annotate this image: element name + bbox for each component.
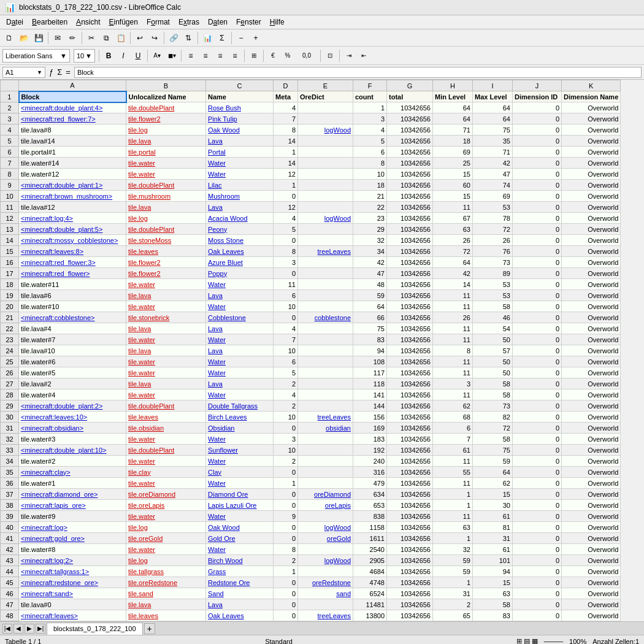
data-cell[interactable]: 75 — [473, 445, 513, 456]
data-cell[interactable]: Overworld — [562, 423, 621, 434]
data-cell[interactable]: 64 — [433, 102, 473, 113]
data-cell[interactable] — [298, 434, 353, 445]
data-cell[interactable]: Overworld — [562, 246, 621, 257]
data-cell[interactable]: Overworld — [562, 445, 621, 456]
data-cell[interactable]: 0 — [513, 235, 562, 246]
data-cell[interactable]: oreGold — [298, 533, 353, 544]
data-cell[interactable]: Overworld — [562, 434, 621, 445]
data-cell[interactable]: 34 — [353, 246, 387, 257]
add-sheet-button[interactable]: + — [144, 623, 155, 634]
data-cell[interactable]: 0 — [274, 500, 298, 511]
data-cell[interactable]: Diamond Ore — [206, 489, 274, 500]
data-cell[interactable]: 10342656 — [387, 456, 433, 467]
data-cell[interactable]: 0 — [513, 279, 562, 290]
data-cell[interactable]: 10342656 — [387, 588, 433, 599]
data-cell[interactable]: 2905 — [353, 555, 387, 566]
data-cell[interactable]: Water — [206, 456, 274, 467]
data-cell[interactable]: 10 — [274, 412, 298, 423]
data-cell[interactable]: 83 — [353, 334, 387, 345]
data-cell[interactable]: 30 — [473, 500, 513, 511]
data-cell[interactable]: 63 — [433, 522, 473, 533]
data-cell[interactable]: Overworld — [562, 610, 621, 621]
data-cell[interactable]: 58 — [473, 301, 513, 312]
data-cell[interactable]: 35 — [473, 136, 513, 147]
data-cell[interactable]: 0 — [513, 378, 562, 389]
data-cell[interactable] — [298, 323, 353, 334]
data-cell[interactable]: Water — [206, 511, 274, 522]
data-cell[interactable]: tile.log — [126, 213, 206, 224]
data-cell[interactable]: 0 — [274, 489, 298, 500]
data-cell[interactable]: tile.flower2 — [126, 268, 206, 279]
data-cell[interactable]: 653 — [353, 500, 387, 511]
data-cell[interactable]: tile.water — [126, 301, 206, 312]
data-cell[interactable]: 0 — [513, 301, 562, 312]
data-cell[interactable]: tile.water#6 — [19, 356, 126, 367]
data-cell[interactable]: 10342656 — [387, 279, 433, 290]
data-cell[interactable]: 0 — [513, 345, 562, 356]
data-cell[interactable]: 8 — [433, 345, 473, 356]
data-cell[interactable] — [298, 401, 353, 412]
data-cell[interactable]: tile.doublePlant — [126, 180, 206, 191]
data-cell[interactable]: tile.water#8 — [19, 544, 126, 555]
data-cell[interactable]: tile.water — [126, 478, 206, 489]
formula-input[interactable]: Block — [74, 67, 642, 78]
data-cell[interactable]: tile.doublePlant — [126, 445, 206, 456]
data-cell[interactable]: tile.oreGold — [126, 533, 206, 544]
bold-button[interactable]: B — [102, 49, 115, 63]
data-cell[interactable]: 10342656 — [387, 290, 433, 301]
data-cell[interactable]: 73 — [473, 401, 513, 412]
data-cell[interactable] — [298, 345, 353, 356]
data-cell[interactable]: Overworld — [562, 401, 621, 412]
data-cell[interactable]: 10342656 — [387, 125, 433, 136]
data-cell[interactable]: 31 — [433, 588, 473, 599]
data-cell[interactable]: 10342656 — [387, 158, 433, 169]
data-cell[interactable]: Oak Wood — [206, 522, 274, 533]
data-cell[interactable]: 0 — [513, 147, 562, 158]
hyperlink-button[interactable]: 🔗 — [167, 31, 180, 45]
data-cell[interactable]: 14 — [433, 279, 473, 290]
data-cell[interactable]: 29 — [353, 224, 387, 235]
data-cell[interactable]: 32 — [433, 544, 473, 555]
data-cell[interactable]: 59 — [433, 566, 473, 577]
data-cell[interactable]: Lava — [206, 599, 274, 610]
zoom-out-button[interactable]: − — [234, 31, 248, 45]
data-cell[interactable]: Lava — [206, 290, 274, 301]
equals-icon[interactable]: = — [64, 67, 72, 77]
data-cell[interactable]: 15 — [473, 489, 513, 500]
data-cell[interactable]: Overworld — [562, 544, 621, 555]
data-cell[interactable]: tile.lava#6 — [19, 290, 126, 301]
data-cell[interactable]: 0 — [513, 323, 562, 334]
data-cell[interactable]: Overworld — [562, 533, 621, 544]
data-cell[interactable]: <minecraft:clay> — [19, 467, 126, 478]
decrease-indent-button[interactable]: ⇤ — [357, 49, 370, 63]
data-cell[interactable]: 8 — [353, 158, 387, 169]
data-cell[interactable]: 74 — [473, 180, 513, 191]
data-cell[interactable]: tile.leaves — [126, 412, 206, 423]
data-cell[interactable]: Portal — [206, 147, 274, 158]
data-cell[interactable]: Oak Leaves — [206, 246, 274, 257]
data-cell[interactable]: 47 — [353, 268, 387, 279]
data-cell[interactable]: Birch Wood — [206, 555, 274, 566]
data-cell[interactable]: 2540 — [353, 544, 387, 555]
data-cell[interactable]: 59 — [473, 456, 513, 467]
data-cell[interactable]: <minecraft:obsidian> — [19, 423, 126, 434]
data-cell[interactable] — [298, 389, 353, 401]
data-cell[interactable]: 0 — [513, 312, 562, 323]
data-cell[interactable]: 0 — [513, 158, 562, 169]
sort-button[interactable]: ⇅ — [182, 31, 195, 45]
data-cell[interactable]: 0 — [513, 522, 562, 533]
data-cell[interactable]: Clay — [206, 467, 274, 478]
data-cell[interactable] — [298, 334, 353, 345]
data-cell[interactable]: Water — [206, 279, 274, 290]
data-cell[interactable]: Overworld — [562, 301, 621, 312]
data-cell[interactable]: 7 — [274, 334, 298, 345]
data-cell[interactable]: 94 — [473, 566, 513, 577]
data-cell[interactable]: <minecraft:red_flower> — [19, 268, 126, 279]
col-header-E[interactable]: E — [298, 80, 353, 91]
data-cell[interactable]: <minecraft:leaves:8> — [19, 246, 126, 257]
data-cell[interactable]: Overworld — [562, 180, 621, 191]
data-cell[interactable]: 59 — [353, 290, 387, 301]
data-cell[interactable] — [298, 544, 353, 555]
header-cell[interactable]: OreDict — [298, 91, 353, 102]
data-cell[interactable]: 42 — [353, 257, 387, 268]
